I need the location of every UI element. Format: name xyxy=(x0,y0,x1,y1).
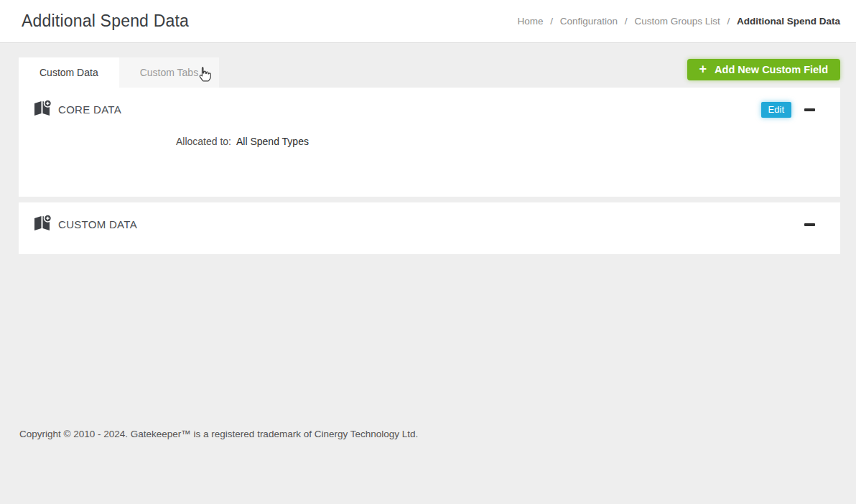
custom-data-panel-header: CUSTOM DATA xyxy=(19,202,840,235)
breadcrumb-configuration[interactable]: Configuration xyxy=(560,16,618,27)
map-plus-icon xyxy=(33,214,52,235)
breadcrumb-custom-groups-list[interactable]: Custom Groups List xyxy=(634,16,720,27)
add-new-custom-field-button[interactable]: + Add New Custom Field xyxy=(687,59,840,80)
custom-data-panel-title: CUSTOM DATA xyxy=(58,218,137,230)
allocated-to-row: Allocated to: All Spend Types xyxy=(19,136,840,147)
copyright-text: Copyright © 2010 - 2024. Gatekeeper™ is … xyxy=(19,429,418,439)
breadcrumb-separator: / xyxy=(550,16,553,27)
custom-data-title-group: CUSTOM DATA xyxy=(33,214,137,235)
allocated-to-value: All Spend Types xyxy=(236,136,309,147)
plus-icon: + xyxy=(699,62,707,75)
core-data-title-group: CORE DATA xyxy=(33,99,121,120)
core-data-panel-title: CORE DATA xyxy=(58,103,121,116)
core-data-panel-header: CORE DATA Edit xyxy=(19,88,840,120)
map-plus-icon xyxy=(33,99,52,120)
core-data-panel: CORE DATA Edit Allocated to: All Spend T… xyxy=(19,88,840,197)
minus-icon xyxy=(804,108,815,111)
add-new-custom-field-label: Add New Custom Field xyxy=(715,64,828,75)
collapse-core-data-button[interactable] xyxy=(802,103,817,117)
breadcrumb-home[interactable]: Home xyxy=(517,16,543,27)
page-header: Additional Spend Data Home / Configurati… xyxy=(0,0,856,43)
breadcrumb-current-page: Additional Spend Data xyxy=(737,16,840,27)
core-data-panel-actions: Edit xyxy=(761,102,817,118)
edit-button[interactable]: Edit xyxy=(761,102,791,118)
tab-bar: Custom Data Custom Tabs + Add New Custom… xyxy=(19,57,840,88)
page-footer: Copyright © 2010 - 2024. Gatekeeper™ is … xyxy=(19,429,856,439)
minus-icon xyxy=(804,223,815,226)
custom-data-panel-actions xyxy=(802,218,817,232)
breadcrumb-separator: / xyxy=(727,16,730,27)
tab-custom-data[interactable]: Custom Data xyxy=(19,57,119,88)
breadcrumb: Home / Configuration / Custom Groups Lis… xyxy=(517,16,840,27)
page: Additional Spend Data Home / Configurati… xyxy=(0,0,856,504)
page-title: Additional Spend Data xyxy=(22,11,189,31)
breadcrumb-separator: / xyxy=(625,16,628,27)
content-area: Custom Data Custom Tabs + Add New Custom… xyxy=(19,57,840,254)
tab-custom-tabs[interactable]: Custom Tabs xyxy=(119,57,219,88)
custom-data-panel: CUSTOM DATA xyxy=(19,202,840,254)
collapse-custom-data-button[interactable] xyxy=(802,218,817,232)
allocated-to-label: Allocated to: xyxy=(19,136,231,147)
